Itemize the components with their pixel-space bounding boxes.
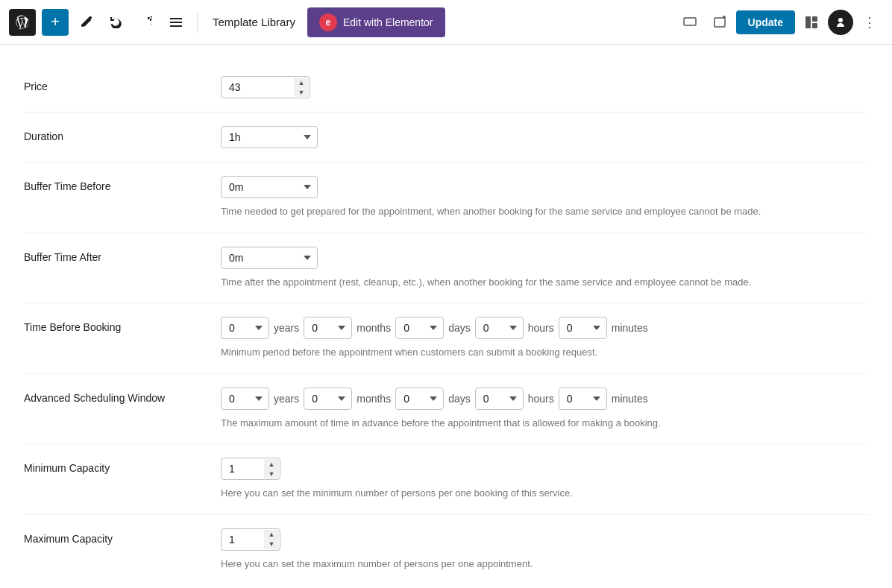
duration-select[interactable]: 30m 1h 1h 30m 2h [221, 126, 318, 148]
price-spinners: ▲ ▼ [294, 78, 309, 97]
advanced-scheduling-row: Advanced Scheduling Window 012 years 012… [24, 374, 868, 445]
advanced-scheduling-description: The maximum amount of time in advance be… [221, 416, 868, 431]
adv-months-select[interactable]: 01236 [304, 388, 352, 410]
responsive-button[interactable] [676, 9, 703, 36]
max-capacity-spinners: ▲ ▼ [264, 530, 279, 549]
buffer-after-control: 0m 5m 10m 15m 30m 1h Time after the appo… [221, 247, 868, 290]
svg-rect-7 [812, 23, 817, 28]
undo-button[interactable] [104, 12, 128, 33]
minutes-label: minutes [612, 322, 648, 334]
adv-hours-select[interactable]: 012612 [475, 388, 524, 410]
years-label: years [274, 322, 299, 334]
topbar: + Template Library e Edit with Elementor… [0, 0, 892, 45]
buffer-after-row: Buffer Time After 0m 5m 10m 15m 30m 1h T… [24, 233, 868, 304]
price-label: Price [24, 76, 203, 92]
main-content: Price ▲ ▼ Duration 30m 1h 1h 30m 2h Buff… [0, 45, 892, 588]
svg-rect-0 [170, 18, 182, 19]
time-before-booking-control: 012 years 01236 months 012714 days 01261… [221, 317, 868, 360]
list-button[interactable] [164, 12, 188, 33]
svg-rect-6 [812, 16, 817, 22]
adv-years-select[interactable]: 012 [221, 388, 269, 410]
months-label: months [357, 322, 391, 334]
price-decrement[interactable]: ▼ [294, 87, 309, 97]
layout-button[interactable] [798, 9, 825, 36]
time-before-minutes-select[interactable]: 0153045 [559, 317, 607, 339]
minimum-capacity-control: ▲ ▼ Here you can set the minimum number … [221, 458, 868, 501]
max-capacity-increment[interactable]: ▲ [264, 530, 279, 540]
topbar-right: Update ⋮ [676, 9, 883, 36]
duration-label: Duration [24, 126, 203, 142]
min-capacity-increment[interactable]: ▲ [264, 459, 279, 469]
adv-minutes-label: minutes [612, 393, 648, 405]
buffer-before-select[interactable]: 0m 5m 10m 15m 30m 1h [221, 176, 318, 198]
minimum-capacity-label: Minimum Capacity [24, 458, 203, 474]
adv-months-label: months [357, 393, 391, 405]
edit-elementor-button[interactable]: e Edit with Elementor [307, 7, 445, 37]
time-before-months-select[interactable]: 01236 [304, 317, 352, 339]
time-before-booking-description: Minimum period before the appointment wh… [221, 345, 868, 360]
adv-minutes-select[interactable]: 0153045 [559, 388, 607, 410]
time-before-booking-inputs: 012 years 01236 months 012714 days 01261… [221, 317, 868, 339]
price-input-wrap: ▲ ▼ [221, 76, 310, 98]
time-before-booking-row: Time Before Booking 012 years 01236 mont… [24, 303, 868, 374]
svg-rect-2 [170, 25, 182, 27]
max-capacity-decrement[interactable]: ▼ [264, 540, 279, 549]
price-increment[interactable]: ▲ [294, 78, 309, 87]
advanced-scheduling-control: 012 years 01236 months 012714 days 01261… [221, 388, 868, 431]
time-before-years-select[interactable]: 012 [221, 317, 269, 339]
buffer-after-label: Buffer Time After [24, 247, 203, 263]
minimum-capacity-description: Here you can set the minimum number of p… [221, 486, 868, 501]
buffer-before-description: Time needed to get prepared for the appo… [221, 204, 868, 219]
days-label: days [448, 322, 471, 334]
adv-days-label: days [448, 393, 471, 405]
wordpress-logo[interactable] [9, 9, 36, 36]
svg-rect-3 [684, 18, 696, 25]
time-before-days-select[interactable]: 012714 [395, 317, 444, 339]
adv-years-label: years [274, 393, 299, 405]
price-control: ▲ ▼ [221, 76, 868, 98]
hours-label: hours [528, 322, 554, 334]
time-before-booking-label: Time Before Booking [24, 317, 203, 333]
minimum-capacity-row: Minimum Capacity ▲ ▼ Here you can set th… [24, 444, 868, 515]
buffer-after-select[interactable]: 0m 5m 10m 15m 30m 1h [221, 247, 318, 269]
edit-button[interactable] [75, 12, 98, 33]
adv-hours-label: hours [528, 393, 554, 405]
buffer-before-label: Buffer Time Before [24, 176, 203, 192]
time-before-hours-select[interactable]: 012612 [475, 317, 524, 339]
maximum-capacity-wrap: ▲ ▼ [221, 528, 280, 551]
svg-rect-4 [714, 18, 725, 27]
user-avatar[interactable] [828, 10, 853, 35]
minimum-capacity-wrap: ▲ ▼ [221, 458, 280, 480]
duration-row: Duration 30m 1h 1h 30m 2h [24, 113, 868, 162]
svg-rect-1 [170, 22, 182, 23]
maximum-capacity-description: Here you can set the maximum number of p… [221, 557, 868, 572]
maximum-capacity-row: Maximum Capacity ▲ ▼ Here you can set th… [24, 515, 868, 585]
update-button[interactable]: Update [736, 10, 795, 34]
price-row: Price ▲ ▼ [24, 63, 868, 113]
min-capacity-decrement[interactable]: ▼ [264, 469, 279, 478]
buffer-before-row: Buffer Time Before 0m 5m 10m 15m 30m 1h … [24, 162, 868, 233]
adv-days-select[interactable]: 012714 [395, 388, 444, 410]
add-button[interactable]: + [42, 9, 69, 36]
page-title: Template Library [213, 16, 295, 28]
min-capacity-spinners: ▲ ▼ [264, 459, 279, 478]
advanced-scheduling-label: Advanced Scheduling Window [24, 388, 203, 404]
buffer-after-description: Time after the appointment (rest, cleanu… [221, 275, 868, 290]
svg-rect-5 [805, 16, 811, 28]
advanced-scheduling-inputs: 012 years 01236 months 012714 days 01261… [221, 388, 868, 410]
elementor-icon: e [319, 13, 337, 31]
maximum-capacity-control: ▲ ▼ Here you can set the maximum number … [221, 528, 868, 572]
more-options-button[interactable]: ⋮ [856, 9, 883, 36]
maximum-capacity-label: Maximum Capacity [24, 528, 203, 545]
redo-button[interactable] [134, 12, 158, 33]
divider [197, 12, 198, 33]
buffer-before-control: 0m 5m 10m 15m 30m 1h Time needed to get … [221, 176, 868, 219]
preview-button[interactable] [706, 9, 733, 36]
duration-control: 30m 1h 1h 30m 2h [221, 126, 868, 148]
